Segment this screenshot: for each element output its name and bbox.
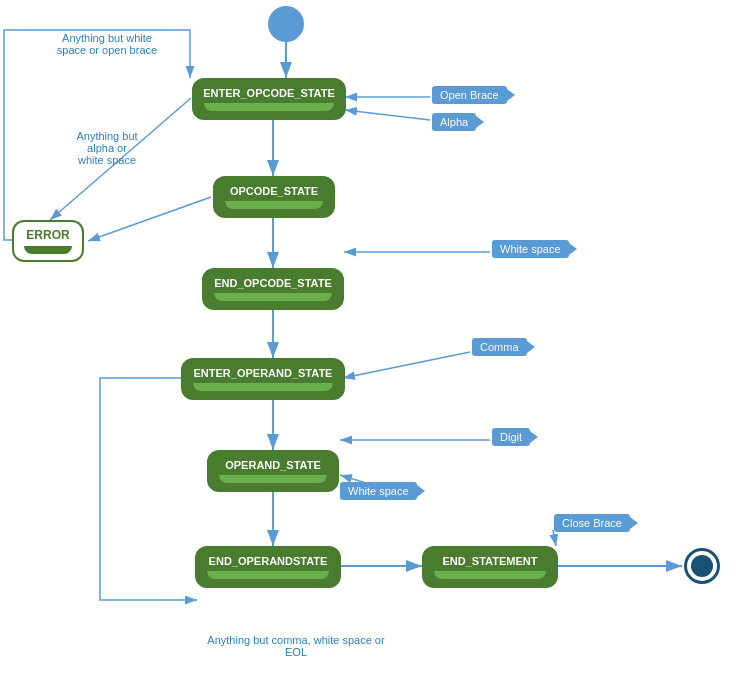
label-digit-text: Digit [500,431,522,443]
state-operand-bar [219,475,327,483]
label-white-space-2: White space [340,482,417,500]
state-end-operand: END_OPERANDSTATE [195,546,341,588]
label-alpha-text: Alpha [440,116,468,128]
label-white-space-1-text: White space [500,243,561,255]
label-alpha: Alpha [432,113,476,131]
state-end-opcode-bar [214,293,332,301]
svg-line-17 [88,197,211,241]
state-end-opcode: END_OPCODE_STATE [202,268,344,310]
state-enter-operand: ENTER_OPERAND_STATE [181,358,345,400]
start-circle [268,6,304,42]
state-opcode-bar [225,201,323,209]
state-end-statement-bar [434,571,546,579]
state-enter-opcode: ENTER_OPCODE_STATE [192,78,346,120]
label-close-brace: Close Brace [554,514,630,532]
svg-line-14 [553,530,556,546]
state-opcode-label: OPCODE_STATE [230,185,318,197]
label-digit: Digit [492,428,530,446]
label-white-space-2-text: White space [348,485,409,497]
note-anything-but-comma-ws: Anything but comma, white space or EOL [196,634,396,658]
label-open-brace-text: Open Brace [440,89,499,101]
state-enter-opcode-bar [204,103,334,111]
state-end-opcode-label: END_OPCODE_STATE [214,277,332,289]
end-circle-inner [691,555,713,577]
state-end-statement-label: END_STATEMENT [443,555,538,567]
state-end-operand-label: END_OPERANDSTATE [209,555,328,567]
note-anything-but-ws-brace: Anything but white space or open brace [52,32,162,56]
state-enter-operand-label: ENTER_OPERAND_STATE [194,367,333,379]
state-enter-operand-bar [193,383,333,391]
diagram-container: ENTER_OPCODE_STATE Open Brace Alpha OPCO… [0,0,745,686]
arrows-svg [0,0,745,686]
state-opcode: OPCODE_STATE [213,176,335,218]
state-end-statement: END_STATEMENT [422,546,558,588]
end-circle [684,548,720,584]
state-end-operand-bar [207,571,329,579]
note-anything-but-alpha-ws: Anything butalpha orwhite space [52,130,162,166]
state-operand: OPERAND_STATE [207,450,339,492]
state-error: ERROR [12,220,84,262]
svg-line-4 [345,110,430,120]
svg-line-9 [343,352,470,378]
label-open-brace: Open Brace [432,86,507,104]
state-enter-opcode-label: ENTER_OPCODE_STATE [203,87,335,99]
label-close-brace-text: Close Brace [562,517,622,529]
state-error-label: ERROR [26,228,69,242]
state-error-bar [24,246,72,254]
state-operand-label: OPERAND_STATE [225,459,321,471]
label-comma-text: Comma [480,341,519,353]
label-white-space-1: White space [492,240,569,258]
label-comma: Comma [472,338,527,356]
